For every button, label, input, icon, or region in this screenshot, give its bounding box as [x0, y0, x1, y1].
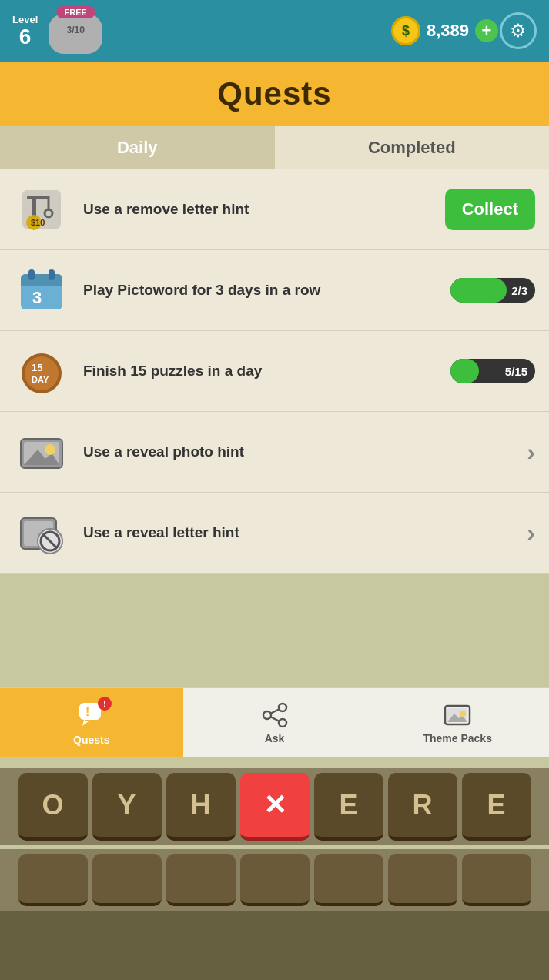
chevron-right-icon-2: › [527, 519, 535, 547]
level-block: Level 6 [12, 14, 38, 48]
progress-label-play-days: 2/3 [443, 284, 527, 297]
bottom-nav: ! ! Quests Ask Theme Packs [0, 687, 549, 757]
quest-action-finish-puzzles: 5/15 [450, 359, 535, 383]
tile-letter-H: H [191, 789, 211, 821]
level-value: 6 [19, 26, 32, 48]
nav-item-theme-packs[interactable]: Theme Packs [366, 688, 549, 757]
tile-R[interactable]: R [388, 773, 457, 841]
tab-completed[interactable]: Completed [275, 126, 550, 169]
add-coin-button[interactable]: + [475, 19, 498, 42]
reveal-letter-icon-wrap [14, 505, 69, 560]
quest-action-reveal-photo: › [527, 438, 535, 467]
tab-daily-label: Daily [117, 138, 158, 158]
free-badge: FREE 3/10 [49, 14, 102, 54]
photo-icon-wrap [14, 424, 69, 480]
coin-icon: $ [391, 16, 420, 45]
empty-tile-4 [240, 854, 310, 906]
remove-letter-icon-wrap: $10 [14, 182, 69, 237]
tile-letter-O: O [42, 789, 63, 821]
progress-bar-finish-puzzles: 5/15 [450, 359, 535, 383]
svg-marker-27 [82, 720, 89, 726]
tile-O[interactable]: O [18, 773, 88, 841]
svg-rect-11 [49, 269, 55, 280]
quest-item-remove-letter: $10 Use a remove letter hint Collect [0, 169, 549, 250]
progress-bar-play-days: 2/3 [450, 278, 535, 303]
tile-letter-Y: Y [117, 789, 136, 821]
quest-text-play-days: Play Pictoword for 3 days in a row [83, 280, 441, 300]
quests-title: Quests [217, 75, 331, 112]
quest-text-remove-letter: Use a remove letter hint [83, 199, 436, 219]
collect-button[interactable]: Collect [445, 189, 535, 230]
empty-tile-7 [462, 854, 531, 906]
empty-tile-3 [166, 854, 236, 906]
empty-tile-6 [388, 854, 457, 906]
chevron-right-icon: › [527, 438, 535, 466]
add-icon: + [482, 22, 492, 39]
bottom-strip [0, 911, 549, 980]
svg-line-33 [270, 717, 280, 721]
remove-letter-icon: $10 [16, 184, 67, 235]
svg-text:DAY: DAY [32, 375, 49, 384]
tile-Y[interactable]: Y [92, 773, 162, 841]
tile-letter-E: E [339, 789, 357, 821]
header: Level 6 FREE 3/10 $ 8,389 + ⚙ [0, 0, 549, 62]
nav-label-theme-packs: Theme Packs [423, 732, 492, 744]
coin-area: $ 8,389 + [391, 16, 498, 45]
svg-text:15: 15 [32, 362, 42, 373]
quests-icon-container: ! ! [78, 700, 105, 731]
tile-letter-E2: E [487, 789, 505, 821]
tab-daily[interactable]: Daily [0, 126, 275, 169]
tile-H[interactable]: H [166, 773, 236, 841]
empty-tile-5 [314, 854, 383, 906]
quest-item-reveal-letter: Use a reveal letter hint › [0, 493, 549, 574]
svg-point-29 [279, 704, 286, 711]
nav-item-ask[interactable]: Ask [183, 688, 367, 757]
nav-label-quests: Quests [73, 734, 109, 746]
svg-point-37 [460, 711, 466, 717]
ask-nav-icon [261, 701, 289, 729]
svg-rect-10 [28, 269, 35, 280]
quest-action-reveal-letter: › [527, 519, 535, 547]
badge-icon-wrap: 15 DAY [14, 343, 69, 399]
tab-completed-label: Completed [368, 138, 456, 158]
reveal-letter-icon [16, 507, 67, 558]
svg-point-20 [45, 444, 55, 455]
quest-list: $10 Use a remove letter hint Collect 3 P… [0, 169, 549, 574]
tile-clear[interactable]: ✕ [240, 773, 310, 841]
quest-action-play-days: 2/3 [450, 278, 535, 303]
svg-point-31 [279, 719, 286, 727]
quest-item-reveal-photo: Use a reveal photo hint › [0, 412, 549, 493]
settings-button[interactable]: ⚙ [500, 12, 537, 49]
quest-text-reveal-photo: Use a reveal photo hint [83, 442, 517, 462]
settings-icon: ⚙ [510, 20, 527, 42]
svg-rect-9 [21, 280, 62, 286]
photo-icon [16, 426, 67, 477]
svg-text:3: 3 [32, 288, 42, 307]
quest-text-finish-puzzles: Finish 15 puzzles in a day [83, 361, 441, 381]
calendar-icon: 3 [16, 265, 67, 316]
svg-point-30 [263, 711, 271, 719]
calendar-icon-wrap: 3 [14, 263, 69, 318]
quest-action-remove-letter: Collect [445, 189, 535, 230]
nav-item-quests[interactable]: ! ! Quests [0, 688, 183, 757]
quests-title-bar: Quests [0, 62, 549, 126]
empty-tile-2 [92, 854, 162, 906]
clear-icon: ✕ [263, 789, 286, 821]
coin-amount: 8,389 [427, 21, 469, 41]
quest-item-finish-puzzles: 15 DAY Finish 15 puzzles in a day 5/15 [0, 331, 549, 412]
free-badge-ribbon: FREE [57, 6, 95, 18]
tabs-bar: Daily Completed [0, 126, 549, 169]
empty-area [0, 574, 549, 666]
tile-E2[interactable]: E [462, 773, 531, 841]
coin-symbol: $ [402, 23, 410, 39]
svg-text:$10: $10 [31, 218, 45, 227]
free-badge-progress: 3/10 [67, 25, 85, 35]
quest-item-play-days: 3 Play Pictoword for 3 days in a row 2/3 [0, 250, 549, 331]
badge-icon: 15 DAY [16, 346, 67, 396]
nav-label-ask: Ask [265, 732, 285, 744]
empty-tile-1 [18, 854, 88, 906]
progress-label-finish-puzzles: 5/15 [443, 365, 527, 378]
theme-packs-nav-icon [444, 701, 471, 729]
tile-E[interactable]: E [314, 773, 383, 841]
tiles-row: O Y H ✕ E R E [0, 768, 549, 845]
